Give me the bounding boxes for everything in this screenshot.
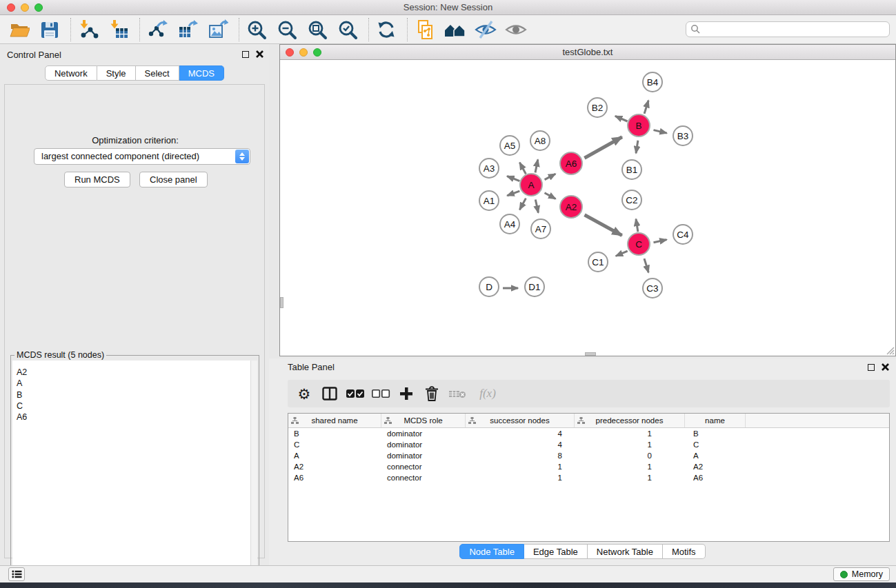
- export-image-icon[interactable]: [207, 19, 229, 41]
- graph-node-c[interactable]: C: [627, 232, 650, 256]
- mcds-result-list[interactable]: A2ABCA6: [12, 361, 257, 588]
- table-options-icon[interactable]: ⚙: [294, 383, 315, 404]
- table-row[interactable]: Cdominator41C: [288, 439, 889, 450]
- zoom-fit-icon[interactable]: [306, 19, 328, 41]
- delete-table-icon[interactable]: [447, 383, 468, 404]
- graph-node-a8[interactable]: A8: [530, 130, 550, 151]
- column-header-MCDS-role[interactable]: MCDS role: [381, 414, 466, 427]
- graph-node-a6[interactable]: A6: [559, 152, 583, 175]
- graph-node-c4[interactable]: C4: [673, 224, 693, 245]
- tab-motifs[interactable]: Motifs: [663, 544, 706, 559]
- result-list-item[interactable]: A2: [17, 367, 257, 378]
- show-task-history-button[interactable]: [8, 567, 25, 581]
- float-table-panel-icon[interactable]: [868, 364, 875, 371]
- tab-mcds[interactable]: MCDS: [179, 65, 224, 81]
- result-list-item[interactable]: B: [17, 389, 257, 401]
- column-type-icon: [291, 417, 299, 425]
- table-cell: B: [288, 429, 381, 438]
- graph-node-b[interactable]: B: [627, 114, 650, 137]
- select-all-checkboxes-icon[interactable]: [345, 383, 366, 404]
- tab-style[interactable]: Style: [97, 65, 136, 81]
- tab-edge-table[interactable]: Edge Table: [524, 544, 588, 559]
- minimize-window-icon[interactable]: [21, 3, 29, 12]
- graph-node-a[interactable]: A: [519, 173, 543, 196]
- toolbar-separator: [70, 18, 71, 41]
- close-table-panel-icon[interactable]: [882, 363, 889, 371]
- zoom-in-icon[interactable]: [246, 19, 268, 41]
- close-panel-button[interactable]: Close panel: [139, 172, 208, 187]
- import-network-icon[interactable]: [77, 19, 99, 41]
- network-search-box[interactable]: [686, 21, 890, 37]
- refresh-view-icon[interactable]: [375, 19, 397, 41]
- column-header-name[interactable]: name: [685, 414, 746, 427]
- graph-node-a7[interactable]: A7: [530, 219, 551, 239]
- table-cell: B: [685, 429, 746, 438]
- tab-select[interactable]: Select: [136, 65, 179, 81]
- deselect-all-checkboxes-icon[interactable]: [370, 383, 391, 404]
- graph-node-c3[interactable]: C3: [642, 278, 663, 298]
- network-vscroll-thumb[interactable]: [280, 297, 283, 308]
- graph-node-c1[interactable]: C1: [588, 252, 608, 272]
- maximize-window-icon[interactable]: [34, 3, 43, 12]
- dropdown-spinner-icon: [235, 150, 249, 163]
- table-row[interactable]: A6connector11A6: [288, 472, 889, 483]
- graph-node-a3[interactable]: A3: [479, 158, 499, 179]
- graph-node-b4[interactable]: B4: [642, 72, 663, 92]
- window-resize-grip[interactable]: [886, 346, 895, 355]
- table-panel-title: Table Panel: [288, 362, 335, 372]
- float-panel-icon[interactable]: [242, 51, 249, 58]
- network-minimize-icon[interactable]: [299, 48, 308, 57]
- graph-node-b3[interactable]: B3: [673, 125, 693, 146]
- graph-node-c2[interactable]: C2: [621, 190, 642, 210]
- network-window-titlebar[interactable]: testGlobe.txt: [280, 45, 895, 60]
- close-panel-icon[interactable]: [256, 50, 263, 58]
- export-table-icon[interactable]: [177, 19, 199, 41]
- network-hscroll-thumb[interactable]: [585, 352, 596, 356]
- close-window-icon[interactable]: [7, 3, 15, 12]
- graph-node-a2[interactable]: A2: [559, 195, 583, 219]
- graph-node-a5[interactable]: A5: [499, 135, 520, 156]
- network-close-icon[interactable]: [286, 48, 294, 57]
- toggle-column-panel-icon[interactable]: [319, 383, 340, 404]
- column-header-predecessor-nodes[interactable]: predecessor nodes: [575, 414, 685, 427]
- network-view-window: testGlobe.txt B4B2BB3A8A5A6A3B1AC2A1A2A4…: [279, 44, 896, 356]
- memory-button[interactable]: Memory: [833, 567, 890, 581]
- import-table-icon[interactable]: [108, 19, 130, 41]
- column-header-shared-name[interactable]: shared name: [288, 414, 381, 427]
- result-scrollbar[interactable]: [250, 361, 257, 588]
- search-input[interactable]: [701, 25, 885, 34]
- zoom-out-icon[interactable]: [276, 19, 298, 41]
- result-list-item[interactable]: A: [17, 378, 257, 389]
- table-row[interactable]: Adominator80A: [288, 450, 889, 461]
- graph-node-b1[interactable]: B1: [621, 159, 642, 180]
- column-header-successor-nodes[interactable]: successor nodes: [466, 414, 575, 427]
- new-network-from-selection-icon[interactable]: [414, 19, 436, 41]
- add-column-icon[interactable]: [396, 383, 417, 404]
- zoom-selected-icon[interactable]: [337, 19, 359, 41]
- result-list-item[interactable]: C: [17, 401, 257, 412]
- export-network-icon[interactable]: [146, 19, 168, 41]
- function-builder-icon[interactable]: f(x): [472, 383, 503, 404]
- criterion-dropdown[interactable]: largest connected component (directed): [34, 148, 250, 165]
- graph-node-d1[interactable]: D1: [524, 276, 545, 297]
- tab-node-table[interactable]: Node Table: [459, 544, 524, 559]
- table-row[interactable]: A2connector11A2: [288, 461, 889, 472]
- network-maximize-icon[interactable]: [313, 48, 321, 57]
- graph-node-a4[interactable]: A4: [499, 214, 520, 234]
- table-row[interactable]: Bdominator41B: [288, 428, 889, 439]
- first-neighbors-icon[interactable]: [444, 19, 466, 41]
- graph-node-a1[interactable]: A1: [479, 190, 499, 211]
- node-table[interactable]: shared nameMCDS rolesuccessor nodesprede…: [288, 413, 890, 542]
- hide-selected-icon[interactable]: [475, 19, 497, 41]
- show-all-icon[interactable]: [505, 19, 527, 41]
- graph-node-b2[interactable]: B2: [587, 97, 608, 118]
- save-session-icon[interactable]: [39, 19, 61, 41]
- tab-network-table[interactable]: Network Table: [588, 544, 663, 559]
- result-list-item[interactable]: A6: [17, 412, 257, 423]
- delete-column-icon[interactable]: [421, 383, 442, 404]
- run-mcds-button[interactable]: Run MCDS: [64, 172, 130, 187]
- open-session-icon[interactable]: [8, 19, 30, 41]
- tab-network[interactable]: Network: [45, 65, 97, 81]
- graph-node-d[interactable]: D: [479, 276, 499, 297]
- network-canvas[interactable]: B4B2BB3A8A5A6A3B1AC2A1A2A4A7C4CC1C3DD1: [280, 60, 895, 356]
